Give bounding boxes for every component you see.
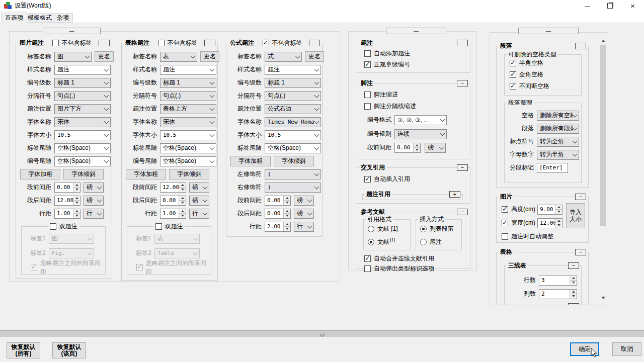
separator-combo[interactable]: 句点(.)	[265, 91, 321, 101]
double-caption-checkbox[interactable]	[155, 223, 162, 230]
collapse-button[interactable]: −	[575, 194, 586, 200]
spin-up-button[interactable]	[179, 183, 186, 188]
minimize-button[interactable]: —	[576, 0, 599, 11]
space-after-input[interactable]: 12.00	[54, 196, 80, 206]
number-trail-combo[interactable]: 空格(Space)	[54, 156, 111, 166]
unit-combo[interactable]: 行	[84, 209, 104, 219]
spin-up-button[interactable]	[73, 183, 80, 188]
rename-button[interactable]: 更名	[95, 51, 114, 62]
spin-down-button[interactable]	[73, 187, 80, 192]
font-bold-button[interactable]: 字体加粗	[126, 169, 166, 179]
collapse-button[interactable]: −	[204, 40, 215, 46]
popup-type-checkbox[interactable]	[364, 265, 371, 272]
list-paragraph-radio[interactable]	[420, 226, 427, 232]
label-name-combo[interactable]: 式	[265, 52, 302, 62]
font-bold-button[interactable]: 字体加粗	[230, 156, 271, 166]
separator-combo[interactable]: 句点(.)	[160, 91, 216, 101]
spin-up-button[interactable]	[179, 196, 186, 201]
width-checkbox[interactable]	[502, 220, 508, 226]
font-italic-button[interactable]: 字体倾斜	[169, 169, 209, 179]
collapse-button[interactable]: −	[457, 40, 468, 46]
font-bold-button[interactable]: 字体加粗	[20, 169, 60, 179]
merge-citations-checkbox[interactable]	[364, 255, 371, 262]
import-size-button[interactable]: 导入大小	[566, 203, 585, 228]
spin-down-button[interactable]	[179, 213, 186, 218]
height-input[interactable]: 9.00	[537, 205, 562, 215]
column-count-input[interactable]: 2	[539, 289, 577, 299]
paragraph-mark-input[interactable]: [Enter]	[537, 163, 568, 173]
spin-down-button[interactable]	[555, 209, 562, 214]
restore-default-all-button[interactable]: 恢复默认(所有)	[7, 342, 40, 358]
unit-combo[interactable]: 行	[189, 209, 209, 219]
punctuation-action-combo[interactable]: 转为全角	[537, 137, 579, 147]
collapse-button[interactable]: −	[568, 262, 579, 269]
line-spacing-input[interactable]: 1.00	[54, 209, 80, 219]
spin-up-button[interactable]	[414, 143, 420, 148]
auto-add-caption-checkbox[interactable]	[364, 50, 371, 57]
font-name-combo[interactable]: Times New Roma	[265, 117, 321, 127]
line-spacing-input[interactable]: 1.00	[160, 209, 186, 219]
unit-combo[interactable]: 行	[294, 222, 314, 232]
exclude-label-checkbox[interactable]	[158, 40, 165, 46]
number-level-combo[interactable]: 标题 1	[54, 78, 111, 88]
spin-up-button[interactable]	[555, 205, 562, 210]
tab-misc[interactable]: 杂项	[53, 13, 73, 23]
citation-superscript-radio[interactable]	[368, 239, 374, 245]
spin-down-button[interactable]	[570, 294, 577, 299]
unit-combo[interactable]: 磅	[189, 183, 209, 193]
label-trail-combo[interactable]: 空格(Space)	[265, 143, 321, 153]
caption-position-combo[interactable]: 图片下方	[54, 104, 111, 114]
paragraph-action-combo[interactable]: 删除所有段落	[537, 124, 579, 134]
auto-insert-reference-checkbox[interactable]	[364, 176, 371, 183]
font-size-combo[interactable]: 10.5	[54, 130, 111, 140]
number-format-combo[interactable]: ①, ②, ③, ..	[394, 115, 447, 125]
label-trail-combo[interactable]: 空格(Space)	[54, 143, 111, 153]
spin-down-button[interactable]	[284, 226, 290, 231]
spin-down-button[interactable]	[284, 213, 290, 218]
collapse-button[interactable]: −	[457, 164, 468, 171]
collapse-button[interactable]: −	[309, 40, 320, 46]
style-name-combo[interactable]: 题注	[54, 65, 111, 75]
style-name-combo[interactable]: 题注	[160, 65, 216, 75]
font-name-combo[interactable]: 宋体	[160, 117, 216, 127]
left-decorator-combo[interactable]: (	[265, 169, 321, 179]
alphanumeric-action-combo[interactable]: 转为半角	[537, 150, 579, 160]
font-size-combo[interactable]: 10.5	[160, 130, 216, 140]
caption-position-combo[interactable]: 表格上方	[160, 104, 216, 114]
collapse-button[interactable]: −	[568, 303, 579, 305]
collapse-button[interactable]: −	[457, 80, 468, 86]
auto-adjust-on-caption-checkbox[interactable]	[502, 233, 508, 240]
endnote-radio[interactable]	[420, 239, 427, 245]
font-size-combo[interactable]: 10.5	[265, 130, 321, 140]
spin-down-button[interactable]	[284, 200, 290, 205]
font-italic-button[interactable]: 字体倾斜	[63, 169, 104, 179]
footnote-indent-checkbox[interactable]	[364, 92, 371, 98]
spin-up-button[interactable]	[73, 196, 80, 201]
spin-up-button[interactable]	[284, 209, 290, 214]
spin-up-button[interactable]	[570, 276, 577, 281]
spin-up-button[interactable]	[73, 209, 80, 214]
unit-combo[interactable]: 磅	[189, 196, 209, 206]
splitter-bar[interactable]	[0, 330, 644, 337]
close-button[interactable]: ×	[621, 0, 644, 11]
nonbreaking-space-checkbox[interactable]	[510, 83, 516, 89]
space-action-combo[interactable]: 删除所有空格	[537, 111, 579, 121]
spin-down-button[interactable]	[73, 200, 80, 205]
format-panel-collapse-bar[interactable]: —	[518, 28, 579, 34]
number-rule-combo[interactable]: 连续	[394, 129, 447, 139]
spin-up-button[interactable]	[284, 196, 290, 201]
spin-down-button[interactable]	[570, 280, 577, 285]
unit-combo[interactable]: 磅	[84, 183, 104, 193]
number-level-combo[interactable]: 标题 1	[160, 78, 216, 88]
spin-up-button[interactable]	[284, 222, 290, 227]
tab-preferences[interactable]: 首选项	[1, 12, 27, 23]
tab-template-format[interactable]: 模板格式	[24, 13, 56, 23]
ok-button[interactable]: 确定	[570, 342, 599, 356]
spin-up-button[interactable]	[570, 290, 577, 294]
restore-default-page-button[interactable]: 恢复默认(该页)	[52, 342, 86, 358]
caption-position-combo[interactable]: 公式右边	[265, 104, 321, 114]
footnote-line-indent-checkbox[interactable]	[364, 103, 371, 110]
label-name-combo[interactable]: 表	[160, 52, 197, 62]
width-input[interactable]: 12.00	[537, 218, 562, 228]
collapse-button[interactable]: −	[575, 249, 586, 255]
